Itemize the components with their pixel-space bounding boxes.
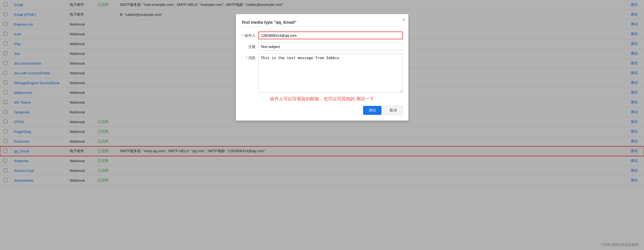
subject-input[interactable] xyxy=(258,43,403,50)
page-wrapper: Email 电子邮件 已启用 SMTP服务器: "mail.example.co… xyxy=(0,0,644,250)
test-media-modal: Test media type "qq_Email" × 收件人 主题 消息 T… xyxy=(236,14,409,121)
test-button[interactable]: 测试 xyxy=(363,106,381,115)
message-label: 消息 xyxy=(242,54,258,60)
message-row: 消息 This is the test message from Zabbix xyxy=(242,54,403,93)
cancel-button[interactable]: 取消 xyxy=(384,106,403,115)
modal-title: Test media type "qq_Email" xyxy=(242,20,403,27)
annotation-text: 收件人可以写着急的邮箱，也可以写其他的 测试一下 xyxy=(242,96,403,102)
recipient-label: 收件人 xyxy=(242,31,258,38)
recipient-input[interactable] xyxy=(258,31,403,39)
recipient-row: 收件人 xyxy=(242,31,403,39)
modal-overlay: Test media type "qq_Email" × 收件人 主题 消息 T… xyxy=(0,0,644,250)
message-textarea[interactable]: This is the test message from Zabbix xyxy=(258,54,403,93)
modal-footer: 测试 取消 xyxy=(242,106,403,115)
modal-close-button[interactable]: × xyxy=(402,18,405,22)
subject-row: 主题 xyxy=(242,43,403,50)
subject-label: 主题 xyxy=(242,43,258,49)
